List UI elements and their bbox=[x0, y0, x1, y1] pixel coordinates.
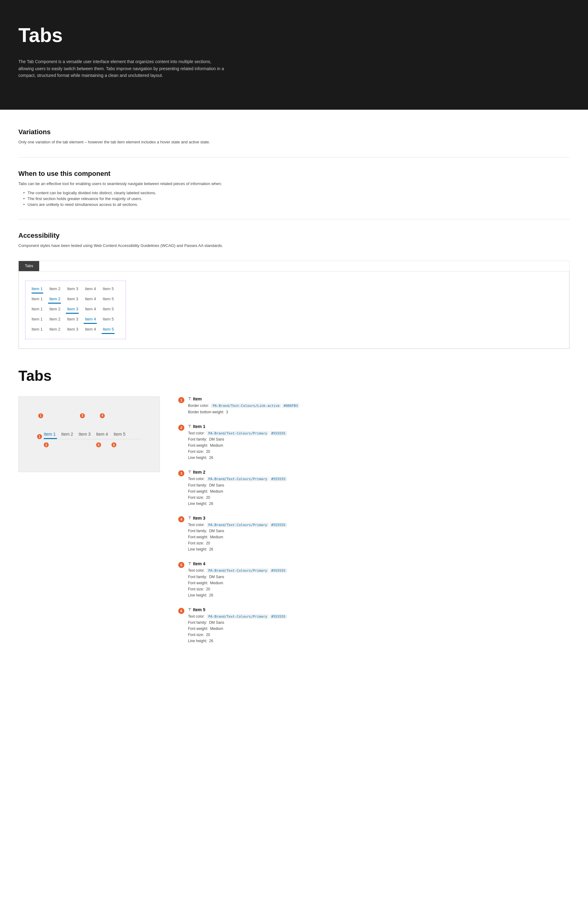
ann-prop-2-1: Text color: PA-Brand/Text-Colours/Primar… bbox=[188, 430, 570, 436]
tab-item-r3-3[interactable]: Item 3 bbox=[66, 306, 84, 313]
ann-token-6-1b: #555555 bbox=[270, 614, 287, 619]
ann-prop-4-1: Text color: PA-Brand/Text-Colours/Primar… bbox=[188, 522, 570, 528]
ann-marker-top-4: 4 bbox=[100, 413, 105, 418]
ann-prop-5-3: Font weight: Medium bbox=[188, 580, 570, 586]
ann-title-5: ⊤ Item 4 bbox=[188, 561, 570, 566]
diag-tab-item5[interactable]: Item 5 bbox=[114, 430, 131, 439]
annotation-area: 1 3 4 1 Item 1 bbox=[18, 396, 570, 653]
tab-item-r5-1[interactable]: Item 1 bbox=[32, 326, 48, 333]
annotation-1: 1 ⊤ Item Border color: PA-Brand/Text-Col… bbox=[178, 396, 570, 416]
variations-heading: Variations bbox=[18, 128, 570, 136]
tab-item-r4-5[interactable]: Item 5 bbox=[102, 315, 120, 323]
annotation-6: 6 ⊤ Item 5 Text color: PA-Brand/Text-Col… bbox=[178, 607, 570, 645]
tabs-row-wrapper: Item 1 Item 2 Item 3 Item 4 Item 5 Item … bbox=[25, 281, 126, 339]
when-to-use-intro: Tabs can be an effective tool for enabli… bbox=[18, 181, 570, 187]
tab-item-r3-2[interactable]: Item 2 bbox=[48, 306, 66, 313]
tab-item-r1-2[interactable]: Item 2 bbox=[48, 285, 66, 293]
accessibility-section: Accessibility Component styles have been… bbox=[18, 231, 570, 249]
ann-title-3: ⊤ Item 2 bbox=[188, 470, 570, 475]
ann-prop-5-2: Font family: DM Sans bbox=[188, 574, 570, 580]
ann-marker-top-3: 3 bbox=[80, 413, 85, 418]
ann-icon-2: ⊤ bbox=[188, 424, 191, 429]
annotation-2: 2 ⊤ Item 1 Text color: PA-Brand/Text-Col… bbox=[178, 424, 570, 461]
ann-prop-4-3: Font weight: Medium bbox=[188, 534, 570, 540]
ann-content-1: ⊤ Item Border color: PA-Brand/Text-Colou… bbox=[188, 396, 570, 416]
variations-section: Variations Only one variation of the tab… bbox=[18, 128, 570, 145]
annotation-4: 4 ⊤ Item 3 Text color: PA-Brand/Text-Col… bbox=[178, 516, 570, 553]
ann-prop-5-1: Text color: PA-Brand/Text-Colours/Primar… bbox=[188, 568, 570, 574]
tab-item-r1-4[interactable]: Item 4 bbox=[84, 285, 101, 293]
ann-marker-bot-6: 6 bbox=[111, 442, 116, 447]
ann-title-2: ⊤ Item 1 bbox=[188, 424, 570, 429]
tab-item-r4-2[interactable]: Item 2 bbox=[48, 315, 66, 323]
ann-prop-2-2: Font family: DM Sans bbox=[188, 437, 570, 442]
tab-item-r2-2[interactable]: Item 2 bbox=[48, 295, 66, 303]
accessibility-subtext: Component styles have been tested using … bbox=[18, 243, 570, 249]
ann-prop-3-5: Line height: 26 bbox=[188, 501, 570, 506]
ann-token-2-1: PA-Brand/Text-Colours/Primary bbox=[207, 431, 268, 436]
tab-row-5: Item 1 Item 2 Item 3 Item 4 Item 5 bbox=[32, 326, 120, 333]
ann-content-5: ⊤ Item 4 Text color: PA-Brand/Text-Colou… bbox=[188, 561, 570, 598]
ann-prop-6-2: Font family: DM Sans bbox=[188, 620, 570, 625]
ann-token-2-1b: #555555 bbox=[270, 431, 287, 436]
ann-token-3-1b: #555555 bbox=[270, 477, 287, 481]
ann-prop-2-5: Line height: 26 bbox=[188, 455, 570, 461]
tabs-preview-tab[interactable]: Tabs bbox=[19, 261, 39, 271]
bullet-item-2: The first section holds greater relevanc… bbox=[23, 196, 570, 201]
ann-prop-3-4: Font size: 20 bbox=[188, 495, 570, 500]
hero-description: The Tab Component is a versatile user in… bbox=[18, 58, 227, 79]
ann-prop-1-2: Border bottom weight: 3 bbox=[188, 409, 570, 415]
tab-item-r4-3[interactable]: Item 3 bbox=[66, 315, 84, 323]
annotation-3: 3 ⊤ Item 2 Text color: PA-Brand/Text-Col… bbox=[178, 470, 570, 507]
tab-item-r2-1[interactable]: Item 1 bbox=[32, 295, 48, 303]
tab-row-1: Item 1 Item 2 Item 3 Item 4 Item 5 bbox=[32, 285, 120, 293]
ann-token-5-1: PA-Brand/Text-Colours/Primary bbox=[207, 568, 268, 573]
ann-token-5-1b: #555555 bbox=[270, 568, 287, 573]
tabs-preview-container: Tabs Item 1 Item 2 Item 3 Item 4 Item 5 … bbox=[18, 261, 570, 349]
ann-icon-4: ⊤ bbox=[188, 516, 191, 520]
tab-row-3: Item 1 Item 2 Item 3 Item 4 Item 5 bbox=[32, 306, 120, 313]
ann-icon-1: ⊤ bbox=[188, 397, 191, 401]
ann-prop-5-4: Font size: 20 bbox=[188, 586, 570, 592]
ann-marker-bot-2: 2 bbox=[44, 442, 49, 447]
tab-item-r3-1[interactable]: Item 1 bbox=[32, 306, 48, 313]
bullet-item-3: Users are unlikely to need simultaneous … bbox=[23, 202, 570, 207]
ann-token-4-1: PA-Brand/Text-Colours/Primary bbox=[207, 522, 268, 527]
ann-marker-top-1: 1 bbox=[38, 413, 43, 418]
ann-circle-4: 4 bbox=[178, 516, 184, 522]
ann-content-6: ⊤ Item 5 Text color: PA-Brand/Text-Colou… bbox=[188, 607, 570, 645]
hero-section: Tabs The Tab Component is a versatile us… bbox=[0, 0, 588, 110]
tab-item-r1-1[interactable]: Item 1 bbox=[32, 285, 48, 293]
ann-token-3-1: PA-Brand/Text-Colours/Primary bbox=[207, 477, 268, 481]
ann-left-1: 1 bbox=[37, 434, 42, 439]
ann-title-1: ⊤ Item bbox=[188, 396, 570, 401]
accessibility-heading: Accessibility bbox=[18, 231, 570, 239]
tab-item-r5-3[interactable]: Item 3 bbox=[66, 326, 84, 333]
tab-item-r3-5[interactable]: Item 5 bbox=[102, 306, 120, 313]
diag-tab-item4[interactable]: Item 4 bbox=[96, 430, 114, 439]
ann-icon-6: ⊤ bbox=[188, 608, 191, 612]
tab-item-r5-2[interactable]: Item 2 bbox=[48, 326, 66, 333]
annotations-list: 1 ⊤ Item Border color: PA-Brand/Text-Col… bbox=[178, 396, 570, 653]
diag-tab-item2[interactable]: Item 2 bbox=[61, 430, 79, 439]
ann-marker-bot-5: 5 bbox=[96, 442, 101, 447]
tab-item-r3-4[interactable]: Item 4 bbox=[84, 306, 101, 313]
ann-content-4: ⊤ Item 3 Text color: PA-Brand/Text-Colou… bbox=[188, 516, 570, 553]
ann-token-6-1: PA-Brand/Text-Colours/Primary bbox=[207, 614, 268, 619]
ann-prop-4-5: Line height: 26 bbox=[188, 547, 570, 552]
tab-item-r1-5[interactable]: Item 5 bbox=[102, 285, 120, 293]
tab-item-r4-1[interactable]: Item 1 bbox=[32, 315, 48, 323]
tab-item-r2-4[interactable]: Item 4 bbox=[84, 295, 101, 303]
tab-item-r5-5[interactable]: Item 5 bbox=[102, 326, 120, 333]
diagram-box: 1 3 4 1 Item 1 bbox=[18, 396, 160, 472]
tab-item-r2-5[interactable]: Item 5 bbox=[102, 295, 120, 303]
ann-prop-6-4: Font size: 20 bbox=[188, 632, 570, 637]
tab-item-r2-3[interactable]: Item 3 bbox=[66, 295, 84, 303]
ann-prop-3-1: Text color: PA-Brand/Text-Colours/Primar… bbox=[188, 476, 570, 482]
tab-item-r5-4[interactable]: Item 4 bbox=[84, 326, 101, 333]
diag-tab-item3[interactable]: Item 3 bbox=[79, 430, 96, 439]
diag-tab-item1[interactable]: Item 1 bbox=[44, 430, 61, 439]
tab-item-r1-3[interactable]: Item 3 bbox=[66, 285, 84, 293]
tab-item-r4-4[interactable]: Item 4 bbox=[84, 315, 101, 323]
variations-subtext: Only one variation of the tab element – … bbox=[18, 139, 570, 145]
